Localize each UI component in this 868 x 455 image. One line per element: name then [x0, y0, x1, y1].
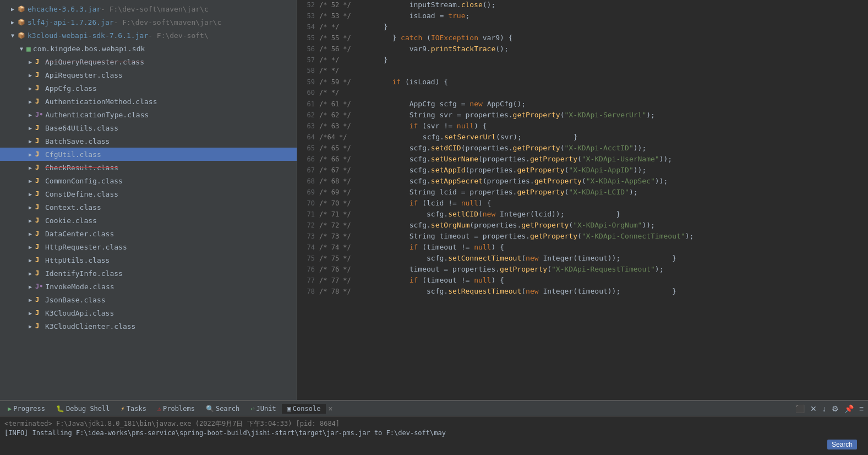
arrow-icon: ▶ [29, 204, 34, 210]
tree-item-base64utils[interactable]: ▶ J Base64Utils.class [0, 121, 297, 134]
code-line-67: 67 /* 67 */ scfg.setAppId(properties.get… [297, 165, 868, 176]
tree-item-k3cloudapi[interactable]: ▶ J K3CloudApi.class [0, 306, 297, 319]
line-num-inner: /* 55 */ [319, 34, 356, 42]
tree-item-invokemode[interactable]: ▶ J• InvokeMode.class [0, 280, 297, 293]
line-num-inner: /* 70 */ [319, 199, 356, 207]
progress-icon: ▶ [8, 405, 12, 413]
arrow-icon: ▶ [29, 99, 34, 105]
tree-item-slf4j[interactable]: ▶ 📦 slf4j-api-1.7.26.jar - F:\dev-soft\m… [0, 15, 297, 29]
line-num-outer: 53 [297, 12, 319, 20]
code-text: scfg.setUserName(properties.getProperty(… [356, 155, 672, 163]
tree-item-k3cloud[interactable]: ▼ 📦 k3cloud-webapi-sdk-7.6.1.jar - F:\de… [0, 29, 297, 42]
line-num-inner: /* 63 */ [319, 122, 356, 130]
tab-debug[interactable]: 🐛 Debug Shell [51, 404, 115, 414]
j-icon: J [35, 137, 43, 145]
tab-progress[interactable]: ▶ Progress [2, 404, 51, 414]
tree-item-identifyinfo[interactable]: ▶ J IdentifyInfo.class [0, 267, 297, 280]
tab-tasks[interactable]: ⚡ Tasks [116, 404, 152, 414]
line-num-outer: 77 [297, 277, 319, 284]
j-icon: J [35, 98, 43, 105]
code-line-68: 68 /* 68 */ scfg.setAppSecret(properties… [297, 176, 868, 187]
line-num-outer: 60 [297, 89, 319, 96]
line-num-outer: 75 [297, 254, 319, 262]
j-icon: J [35, 256, 43, 264]
line-num-inner: /* */ [319, 56, 347, 64]
code-text: String lcid = properties.getProperty("X-… [356, 188, 638, 196]
tree-item-context[interactable]: ▶ J Context.class [0, 201, 297, 214]
tree-item-k3cloudclienter[interactable]: ▶ J K3CloudClienter.class [0, 319, 297, 333]
file-tree[interactable]: ▶ 📦 ehcache-3.6.3.jar - F:\dev-soft\mave… [0, 0, 297, 400]
tree-item-httprequester[interactable]: ▶ J HttpRequester.class [0, 240, 297, 253]
arrow-icon: ▶ [11, 6, 17, 12]
code-line-71: 71 /* 71 */ scfg.setlCID(new Integer(lci… [297, 209, 868, 220]
tree-item-batchsave[interactable]: ▶ J BatchSave.class [0, 134, 297, 148]
tab-junit[interactable]: ↩ JUnit [245, 404, 281, 414]
code-text: String svr = properties.getProperty("X-K… [356, 111, 655, 119]
code-line-54: 54 /* */ } [297, 22, 868, 33]
item-label: ApiRequester.class [45, 71, 123, 79]
tree-item-datacenter[interactable]: ▶ J DataCenter.class [0, 227, 297, 240]
code-content-area[interactable]: 52 /* 52 */ inputStream.close(); 53 /* 5… [297, 0, 868, 400]
item-label: CfgUtil.class [45, 150, 101, 159]
tree-item-cookie[interactable]: ▶ J Cookie.class [0, 214, 297, 227]
j-icon: J [35, 177, 43, 185]
console-terminated-line: <terminated> F:\Java\jdk1.8.0_181\bin\ja… [4, 419, 864, 429]
arrow-icon: ▶ [11, 19, 17, 25]
line-num-outer: 61 [297, 100, 319, 108]
tree-item-jsonbase[interactable]: ▶ J JsonBase.class [0, 293, 297, 306]
stop-button[interactable]: ⬛ [793, 403, 807, 414]
bottom-actions: ⬛ ✕ ↓ ⚙ 📌 ≡ [793, 403, 866, 414]
tree-item-authtype[interactable]: ▶ J• AuthenticationType.class [0, 108, 297, 121]
tree-item-cfgutil[interactable]: ▶ J CfgUtil.class [0, 148, 297, 161]
more-button[interactable]: ≡ [857, 403, 866, 414]
tab-label: Progress [13, 405, 45, 413]
tree-item-constdefine[interactable]: ▶ J ConstDefine.class [0, 187, 297, 201]
tab-search[interactable]: 🔍 Search [200, 404, 245, 414]
clear-button[interactable]: ✕ [808, 403, 819, 414]
line-num-outer: 73 [297, 232, 319, 240]
code-text: AppCfg scfg = new AppCfg(); [356, 100, 526, 108]
jar-icon: 📦 [18, 32, 25, 39]
tree-item-commonconfig[interactable]: ▶ J CommonConfig.class [0, 174, 297, 187]
pin-button[interactable]: 📌 [842, 403, 856, 414]
line-num-outer: 67 [297, 166, 319, 174]
j-icon: J [35, 84, 43, 92]
code-text: scfg.setOrgNum(properties.getProperty("X… [356, 221, 655, 229]
problems-icon: ⚠ [157, 405, 161, 413]
tree-item-checkresult[interactable]: ▶ J CheckResult.class [0, 161, 297, 174]
j-interface-icon: J• [35, 111, 43, 118]
line-num-outer: 64 [297, 133, 319, 141]
tree-item-authmethod[interactable]: ▶ J AuthenticationMethod.class [0, 95, 297, 108]
line-num-inner: /* 76 */ [319, 266, 356, 273]
search-button[interactable]: Search [827, 440, 857, 449]
code-line-70: 70 /* 70 */ if (lcid != null) { [297, 198, 868, 209]
code-text: scfg.setlCID(new Integer(lcid)); } [356, 210, 620, 218]
code-text: inputStream.close(); [356, 1, 495, 9]
tab-problems[interactable]: ⚠ Problems [152, 404, 200, 414]
item-label: HttpUtils.class [45, 256, 110, 264]
scroll-button[interactable]: ↓ [820, 403, 828, 414]
tab-label: JUnit [256, 405, 276, 413]
line-num-inner: /* 71 */ [319, 210, 356, 218]
tree-item-apiqueryrequester[interactable]: ▶ J ApiQueryRequester.class [0, 55, 297, 68]
tab-label: Debug Shell [66, 405, 110, 413]
close-icon[interactable]: ✕ [328, 404, 332, 413]
tree-item-ehcache[interactable]: ▶ 📦 ehcache-3.6.3.jar - F:\dev-soft\mave… [0, 2, 297, 15]
arrow-icon: ▶ [29, 257, 34, 263]
tree-item-httputils[interactable]: ▶ J HttpUtils.class [0, 253, 297, 267]
line-num-outer: 55 [297, 34, 319, 42]
code-line-59: 59 /* 59 */ if (isLoad) { [297, 77, 868, 88]
line-num-outer: 54 [297, 23, 319, 31]
item-label: IdentifyInfo.class [45, 269, 123, 278]
tab-console[interactable]: ▣ Console [282, 404, 326, 414]
code-line-74: 74 /* 74 */ if (timeout != null) { [297, 242, 868, 253]
code-line-77: 77 /* 77 */ if (timeout != null) { [297, 275, 868, 286]
tree-item-pkg-kingdee[interactable]: ▼ ■ com.kingdee.bos.webapi.sdk [0, 42, 297, 55]
line-num-inner: /*64 */ [319, 133, 352, 141]
code-line-52: 52 /* 52 */ inputStream.close(); [297, 0, 868, 11]
tree-item-apirequester[interactable]: ▶ J ApiRequester.class [0, 68, 297, 82]
tree-item-appcfg[interactable]: ▶ J AppCfg.class [0, 82, 297, 95]
settings-icon[interactable]: ⚙ [829, 403, 841, 414]
line-num-inner: /* 66 */ [319, 155, 356, 163]
line-num-inner: /* 69 */ [319, 188, 356, 196]
